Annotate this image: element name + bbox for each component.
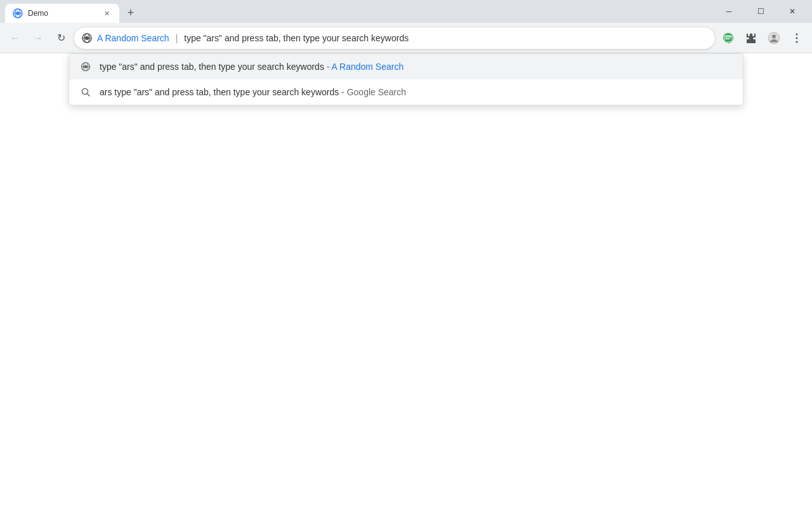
suggestion-source-2: - Google Search	[339, 87, 406, 97]
profile-button[interactable]	[764, 28, 784, 48]
suggestions-dropdown: type "ars" and press tab, then type your…	[69, 53, 743, 105]
suggestion-item-2[interactable]: ars type "ars" and press tab, then type …	[69, 79, 743, 105]
address-bar[interactable]: A Random Search |	[74, 27, 716, 50]
chat-icon	[722, 32, 735, 44]
svg-point-13	[796, 41, 798, 43]
minimize-button[interactable]: ─	[714, 0, 743, 23]
globe-suggestion-icon	[81, 62, 91, 72]
site-favicon-icon	[82, 33, 92, 43]
page-content	[0, 53, 812, 508]
menu-icon	[790, 32, 803, 44]
nav-bar: ← → ↻ A Random Search |	[0, 23, 812, 53]
suggestion-source-1: - A Random Search	[324, 62, 403, 72]
close-button[interactable]: ✕	[778, 0, 807, 23]
svg-point-11	[796, 33, 798, 35]
svg-point-12	[796, 37, 798, 39]
suggestion-main-2: ars type "ars" and press tab, then type …	[100, 87, 339, 97]
tab-title: Demo	[28, 9, 96, 18]
menu-button[interactable]	[787, 28, 807, 48]
refresh-button[interactable]: ↻	[51, 28, 71, 48]
tab-close-button[interactable]: ✕	[102, 8, 112, 18]
extensions-icon	[745, 32, 757, 44]
site-name-label: A Random Search	[97, 33, 169, 43]
search-suggestion-icon	[81, 87, 91, 97]
profile-icon	[768, 32, 780, 44]
svg-point-10	[772, 34, 776, 38]
back-button[interactable]: ←	[5, 28, 25, 48]
title-bar: Demo ✕ + ─ ☐ ✕	[0, 0, 812, 23]
suggestion-main-1: type "ars" and press tab, then type your…	[100, 62, 324, 72]
suggestion-text-1: type "ars" and press tab, then type your…	[100, 62, 733, 72]
suggestion-item-1[interactable]: type "ars" and press tab, then type your…	[69, 54, 743, 79]
suggestion-icon-2	[79, 86, 92, 98]
svg-line-19	[88, 94, 90, 97]
address-input[interactable]	[184, 33, 707, 43]
window-controls: ─ ☐ ✕	[714, 0, 807, 23]
tab-favicon	[13, 8, 23, 18]
extension-chat-button[interactable]	[718, 28, 738, 48]
suggestion-text-2: ars type "ars" and press tab, then type …	[100, 87, 733, 97]
nav-icons	[718, 28, 807, 48]
new-tab-button[interactable]: +	[122, 4, 140, 22]
tab-strip: Demo ✕ +	[5, 0, 714, 23]
maximize-button[interactable]: ☐	[746, 0, 775, 23]
extensions-button[interactable]	[741, 28, 761, 48]
active-tab[interactable]: Demo ✕	[5, 4, 119, 23]
address-separator: |	[176, 33, 178, 43]
suggestion-icon-1	[79, 60, 92, 73]
forward-button[interactable]: →	[28, 28, 48, 48]
